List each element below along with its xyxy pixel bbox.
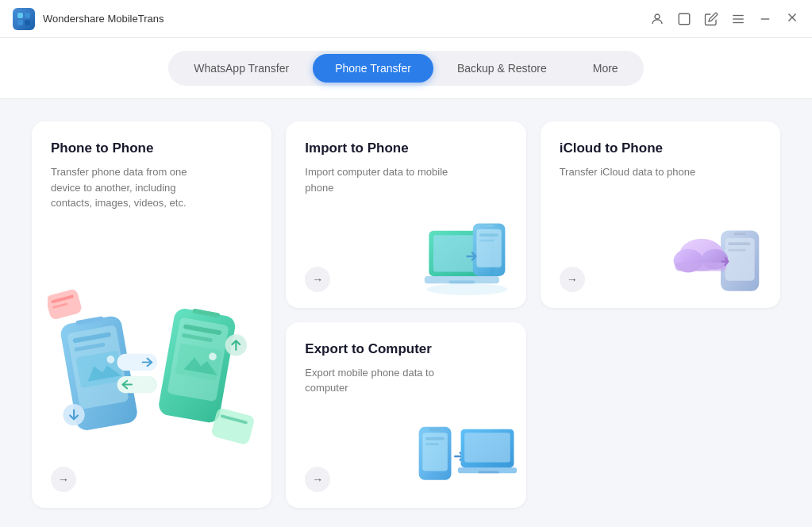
- card-export-desc: Export mobile phone data to computer: [305, 365, 464, 396]
- svg-point-37: [426, 283, 507, 295]
- phone-to-phone-illustration: [48, 286, 264, 460]
- card-phone-to-phone-desc: Transfer phone data from one device to a…: [51, 164, 210, 211]
- card-phone-to-phone[interactable]: Phone to Phone Transfer phone data from …: [32, 121, 271, 508]
- svg-rect-41: [448, 280, 475, 283]
- app-title: Wondershare MobileTrans: [43, 13, 164, 25]
- icloud-to-phone-arrow[interactable]: →: [560, 267, 585, 292]
- card-icloud-title: iCloud to Phone: [560, 140, 761, 156]
- svg-rect-44: [484, 225, 493, 227]
- svg-rect-49: [734, 233, 746, 235]
- card-export-title: Export to Computer: [305, 341, 506, 357]
- svg-point-4: [655, 14, 660, 19]
- svg-rect-58: [429, 429, 441, 431]
- import-to-phone-arrow[interactable]: →: [305, 267, 330, 292]
- export-to-computer-arrow[interactable]: →: [305, 467, 330, 492]
- card-icloud-to-phone[interactable]: iCloud to Phone Transfer iCloud data to …: [541, 121, 780, 308]
- import-illustration: [423, 213, 518, 300]
- svg-rect-60: [425, 443, 439, 445]
- close-button[interactable]: [785, 10, 799, 28]
- titlebar: Wondershare MobileTrans: [0, 0, 812, 38]
- card-icloud-desc: Transfer iCloud data to phone: [560, 164, 718, 180]
- main-content: Phone to Phone Transfer phone data from …: [0, 99, 812, 527]
- nav-area: WhatsApp Transfer Phone Transfer Backup …: [0, 38, 812, 99]
- card-import-desc: Import computer data to mobile phone: [305, 164, 464, 195]
- svg-rect-62: [464, 433, 510, 462]
- svg-rect-45: [479, 233, 498, 237]
- card-import-to-phone[interactable]: Import to Phone Import computer data to …: [286, 121, 525, 308]
- svg-rect-0: [17, 13, 23, 18]
- card-import-title: Import to Phone: [305, 140, 506, 156]
- minimize-icon[interactable]: [758, 12, 772, 26]
- nav-tabs: WhatsApp Transfer Phone Transfer Backup …: [168, 51, 643, 86]
- icloud-illustration: [669, 213, 772, 300]
- tab-backup[interactable]: Backup & Restore: [435, 54, 569, 83]
- titlebar-left: Wondershare MobileTrans: [13, 8, 164, 30]
- edit-icon[interactable]: [704, 12, 718, 26]
- card-export-to-computer[interactable]: Export to Computer Export mobile phone d…: [286, 322, 525, 509]
- app-icon: [13, 8, 35, 30]
- svg-rect-33: [210, 407, 256, 445]
- tab-phone[interactable]: Phone Transfer: [313, 54, 433, 83]
- titlebar-controls: [650, 10, 799, 28]
- export-illustration: [415, 413, 518, 500]
- tab-whatsapp[interactable]: WhatsApp Transfer: [171, 54, 311, 83]
- svg-rect-2: [17, 20, 23, 25]
- svg-rect-51: [728, 248, 745, 251]
- svg-rect-5: [679, 13, 690, 25]
- svg-rect-50: [728, 242, 750, 245]
- tab-more[interactable]: More: [571, 54, 641, 83]
- svg-rect-64: [479, 471, 499, 474]
- svg-rect-3: [25, 20, 30, 25]
- profile-icon[interactable]: [650, 12, 664, 26]
- svg-rect-55: [675, 262, 726, 271]
- window-icon[interactable]: [677, 12, 691, 26]
- menu-icon[interactable]: [731, 12, 745, 26]
- svg-rect-1: [25, 13, 30, 18]
- svg-rect-46: [479, 239, 494, 241]
- svg-rect-59: [425, 437, 444, 440]
- phone-to-phone-arrow[interactable]: →: [51, 467, 76, 492]
- card-phone-to-phone-title: Phone to Phone: [51, 140, 252, 156]
